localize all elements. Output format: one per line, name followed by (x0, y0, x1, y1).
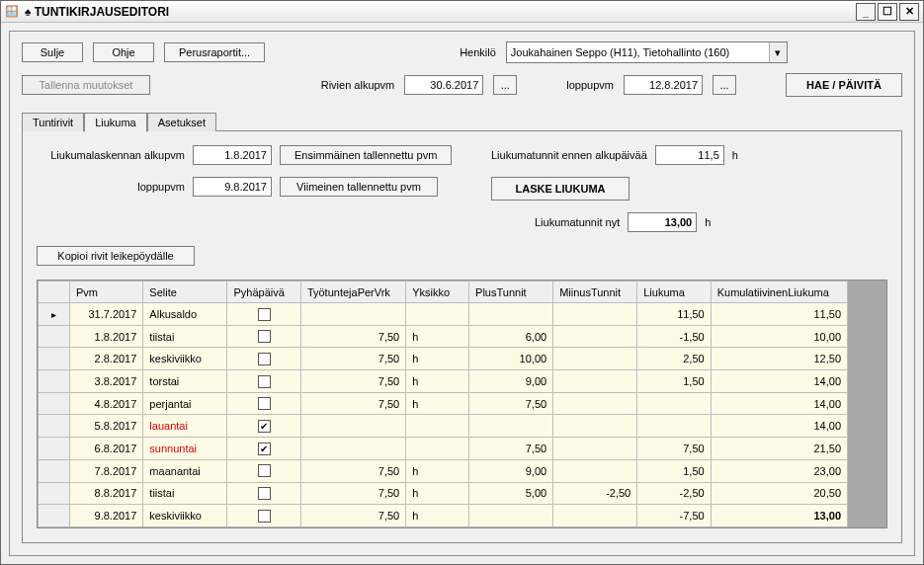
cell-kumul[interactable]: 20,50 (711, 482, 847, 505)
cell-miinus[interactable] (553, 348, 637, 370)
cell-pvm[interactable]: 7.8.2017 (69, 459, 142, 482)
cell-liukuma[interactable]: -1,50 (637, 325, 711, 348)
perusraportit-button[interactable]: Perusraportit... (164, 42, 265, 62)
pyha-checkbox[interactable] (258, 330, 271, 343)
cell-selite[interactable]: Alkusaldo (143, 303, 227, 326)
table-row[interactable]: 4.8.2017perjantai7,50h7,5014,00 (39, 392, 848, 415)
cell-liukuma[interactable]: 7,50 (637, 438, 711, 460)
cell-pyha[interactable] (227, 303, 300, 326)
cell-tyotunteja[interactable]: 7,50 (300, 505, 405, 527)
cell-pvm[interactable]: 8.8.2017 (69, 482, 142, 505)
cell-kumul[interactable]: 13,00 (711, 505, 847, 527)
col-miinus[interactable]: MiinusTunnit (553, 282, 637, 303)
cell-pyha[interactable] (227, 392, 300, 415)
cell-tyotunteja[interactable] (300, 303, 405, 326)
cell-pyha[interactable] (227, 370, 300, 393)
row-selector[interactable] (39, 482, 70, 505)
cell-liukuma[interactable]: 2,50 (637, 348, 711, 370)
cell-pvm[interactable]: 31.7.2017 (69, 303, 142, 326)
cell-yksikko[interactable]: h (406, 370, 469, 393)
cell-kumul[interactable]: 14,00 (711, 392, 847, 415)
viimeinen-pvm-button[interactable]: Viimeinen tallennettu pvm (280, 177, 438, 197)
liukuma-alkupvm-field[interactable] (193, 145, 272, 165)
cell-liukuma[interactable]: -7,50 (637, 505, 711, 527)
liukuma-ennen-field[interactable] (655, 145, 724, 165)
sulje-button[interactable]: Sulje (22, 42, 83, 62)
cell-tyotunteja[interactable]: 7,50 (300, 482, 405, 505)
liukuma-loppupvm-field[interactable] (193, 177, 272, 197)
alkupvm-picker-button[interactable]: ... (493, 75, 517, 95)
table-row[interactable]: 9.8.2017keskiviikko7,50h-7,5013,00 (39, 505, 848, 527)
cell-liukuma[interactable] (637, 392, 711, 415)
cell-yksikko[interactable]: h (406, 392, 469, 415)
table-row[interactable]: 1.8.2017tiistai7,50h6,00-1,5010,00 (39, 325, 848, 348)
cell-pyha[interactable] (227, 438, 300, 460)
cell-plus[interactable]: 9,00 (469, 459, 553, 482)
cell-kumul[interactable]: 10,00 (711, 325, 847, 348)
cell-tyotunteja[interactable] (300, 415, 405, 438)
liukuma-nyt-field[interactable] (628, 212, 697, 232)
cell-liukuma[interactable]: -2,50 (637, 482, 711, 505)
cell-miinus[interactable] (553, 370, 637, 393)
cell-yksikko[interactable]: h (406, 505, 469, 527)
table-row[interactable]: 7.8.2017maanantai7,50h9,001,5023,00 (39, 459, 848, 482)
cell-kumul[interactable]: 23,00 (711, 459, 847, 482)
chevron-down-icon[interactable]: ▾ (769, 42, 787, 62)
row-selector[interactable] (39, 303, 70, 326)
cell-plus[interactable]: 6,00 (469, 325, 553, 348)
col-pvm[interactable]: Pvm (69, 282, 142, 303)
table-row[interactable]: 5.8.2017lauantai14,00 (39, 415, 848, 438)
cell-plus[interactable]: 5,00 (469, 482, 553, 505)
pyha-checkbox[interactable] (258, 487, 271, 500)
ensimmainen-pvm-button[interactable]: Ensimmäinen tallennettu pvm (280, 145, 452, 165)
row-selector[interactable] (39, 505, 70, 527)
cell-kumul[interactable]: 11,50 (711, 303, 847, 326)
col-plus[interactable]: PlusTunnit (469, 282, 553, 303)
cell-plus[interactable] (469, 415, 553, 438)
cell-pvm[interactable]: 6.8.2017 (69, 438, 142, 460)
cell-miinus[interactable] (553, 325, 637, 348)
maximize-button[interactable]: ☐ (878, 3, 897, 21)
cell-pyha[interactable] (227, 505, 300, 527)
cell-plus[interactable]: 7,50 (469, 392, 553, 415)
table-row[interactable]: 6.8.2017sunnuntai7,507,5021,50 (39, 438, 848, 460)
loppupvm-field[interactable] (624, 75, 703, 95)
pyha-checkbox[interactable] (258, 443, 271, 455)
cell-pyha[interactable] (227, 482, 300, 505)
cell-tyotunteja[interactable]: 7,50 (300, 370, 405, 393)
tab-asetukset[interactable]: Asetukset (147, 113, 216, 131)
cell-plus[interactable] (469, 303, 553, 326)
cell-kumul[interactable]: 14,00 (711, 415, 847, 438)
row-selector[interactable] (39, 370, 70, 393)
pyha-checkbox[interactable] (258, 420, 271, 433)
loppupvm-picker-button[interactable]: ... (713, 75, 736, 95)
pyha-checkbox[interactable] (258, 308, 271, 321)
cell-pyha[interactable] (227, 325, 300, 348)
cell-plus[interactable]: 7,50 (469, 438, 553, 460)
cell-selite[interactable]: sunnuntai (143, 438, 227, 460)
row-selector[interactable] (39, 348, 70, 370)
cell-yksikko[interactable]: h (406, 482, 469, 505)
cell-yksikko[interactable] (406, 415, 469, 438)
pyha-checkbox[interactable] (258, 353, 271, 365)
cell-liukuma[interactable]: 1,50 (637, 459, 711, 482)
cell-tyotunteja[interactable]: 7,50 (300, 325, 405, 348)
row-selector[interactable] (39, 392, 70, 415)
cell-miinus[interactable] (553, 415, 637, 438)
data-grid[interactable]: Pvm Selite Pyhäpäivä TyötuntejaPerVrk Yk… (37, 280, 887, 528)
cell-pvm[interactable]: 1.8.2017 (69, 325, 142, 348)
tallenna-button[interactable]: Tallenna muutokset (22, 75, 150, 95)
cell-kumul[interactable]: 12,50 (711, 348, 847, 370)
cell-miinus[interactable] (553, 392, 637, 415)
laske-liukuma-button[interactable]: LASKE LIUKUMA (491, 177, 630, 201)
kopioi-button[interactable]: Kopioi rivit leikepöydälle (37, 246, 195, 266)
minimize-button[interactable]: _ (856, 3, 876, 21)
ohje-button[interactable]: Ohje (93, 42, 154, 62)
cell-miinus[interactable] (553, 438, 637, 460)
cell-kumul[interactable]: 14,00 (711, 370, 847, 393)
table-row[interactable]: 8.8.2017tiistai7,50h5,00-2,50-2,5020,50 (39, 482, 848, 505)
cell-selite[interactable]: keskiviikko (143, 348, 227, 370)
cell-liukuma[interactable] (637, 415, 711, 438)
table-row[interactable]: 31.7.2017Alkusaldo11,5011,50 (39, 303, 848, 326)
cell-pvm[interactable]: 2.8.2017 (69, 348, 142, 370)
